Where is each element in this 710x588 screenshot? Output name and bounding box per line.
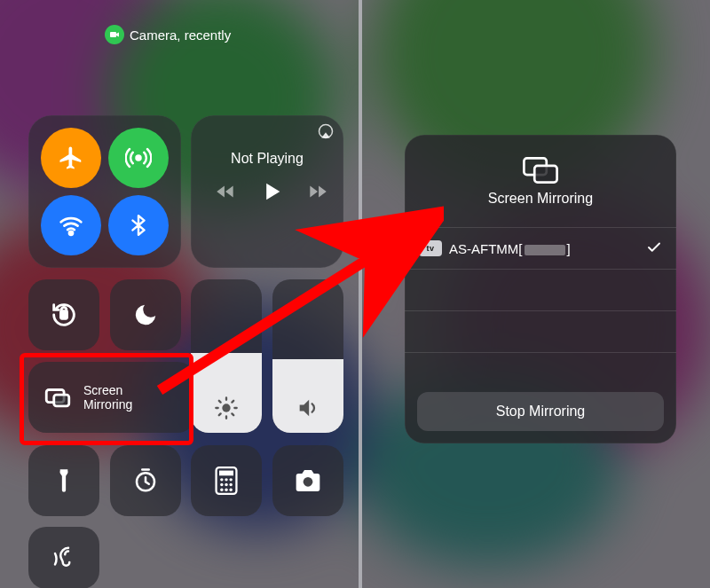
brightness-icon — [214, 396, 239, 420]
bluetooth-toggle[interactable] — [108, 195, 169, 255]
svg-point-7 — [222, 404, 230, 412]
calculator-icon — [215, 466, 238, 495]
cellular-data-toggle[interactable] — [108, 128, 169, 188]
connectivity-card[interactable] — [28, 115, 181, 268]
airplay-icon[interactable] — [317, 122, 335, 144]
camera-tile[interactable] — [272, 445, 343, 516]
svg-point-18 — [220, 489, 223, 491]
brightness-slider[interactable] — [191, 279, 262, 433]
timer-icon — [132, 467, 159, 494]
control-center-panel: Camera, recently Not Playing — [0, 0, 359, 588]
rotation-lock-icon — [49, 300, 79, 330]
svg-point-20 — [229, 489, 232, 491]
stop-mirroring-label: Stop Mirroring — [496, 404, 585, 419]
rewind-button[interactable] — [214, 180, 237, 207]
do-not-disturb-tile[interactable] — [110, 279, 181, 350]
svg-point-21 — [304, 477, 313, 487]
antenna-icon — [125, 145, 152, 171]
volume-icon — [296, 396, 320, 420]
svg-point-13 — [225, 478, 227, 481]
volume-slider[interactable] — [272, 279, 343, 433]
svg-rect-0 — [110, 32, 116, 37]
camera-active-icon — [105, 25, 124, 44]
device-name-redacted — [525, 245, 565, 255]
annotation-highlight-box — [20, 353, 193, 445]
now-playing-card[interactable]: Not Playing — [191, 115, 343, 268]
svg-point-12 — [220, 478, 223, 481]
hearing-icon — [51, 545, 77, 571]
empty-device-row — [405, 311, 676, 353]
screen-mirroring-popup: Screen Mirroring tv AS-AFTMM[] Stop Mirr… — [405, 135, 676, 443]
panel-divider — [359, 0, 362, 588]
svg-point-15 — [220, 483, 223, 486]
svg-point-2 — [69, 231, 73, 235]
camera-privacy-pill[interactable]: Camera, recently — [105, 25, 231, 44]
svg-point-17 — [229, 483, 232, 486]
flashlight-icon — [52, 467, 75, 494]
airplane-icon — [58, 145, 84, 171]
svg-point-19 — [225, 489, 227, 491]
popup-title: Screen Mirroring — [488, 191, 593, 207]
hearing-tile[interactable] — [28, 527, 99, 588]
stop-mirroring-button[interactable]: Stop Mirroring — [417, 392, 664, 431]
svg-point-1 — [137, 156, 141, 161]
svg-rect-11 — [219, 471, 233, 476]
forward-button[interactable] — [306, 180, 329, 207]
airplane-mode-toggle[interactable] — [41, 128, 101, 188]
flashlight-tile[interactable] — [28, 445, 99, 516]
svg-rect-8 — [60, 471, 68, 473]
calculator-tile[interactable] — [191, 445, 262, 516]
checkmark-icon — [646, 239, 662, 258]
camera-icon — [294, 468, 322, 493]
rotation-lock-tile[interactable] — [28, 279, 99, 350]
tutorial-composite: Camera, recently Not Playing — [0, 0, 710, 588]
apple-tv-badge-icon: tv — [419, 240, 442, 256]
screen-mirroring-icon — [521, 155, 560, 185]
wifi-toggle[interactable] — [41, 195, 101, 255]
timer-tile[interactable] — [110, 445, 181, 516]
play-button[interactable] — [259, 179, 284, 208]
device-name: AS-AFTMM[] — [449, 241, 571, 256]
mirroring-picker-panel: Screen Mirroring tv AS-AFTMM[] Stop Mirr… — [362, 0, 710, 588]
wifi-icon — [58, 212, 84, 239]
now-playing-title: Not Playing — [191, 151, 343, 167]
camera-privacy-text: Camera, recently — [130, 27, 231, 43]
empty-device-row — [405, 270, 676, 311]
moon-icon — [132, 302, 159, 328]
svg-rect-23 — [534, 166, 556, 183]
svg-point-14 — [229, 478, 232, 481]
mirroring-device-row[interactable]: tv AS-AFTMM[] — [405, 228, 676, 270]
bluetooth-icon — [127, 214, 150, 237]
svg-point-16 — [225, 483, 227, 486]
